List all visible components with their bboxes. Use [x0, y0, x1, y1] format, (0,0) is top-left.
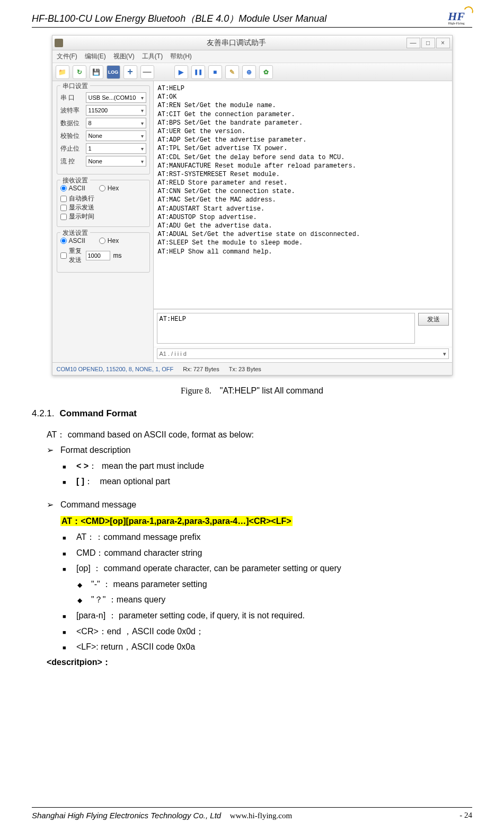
- status-connection: COM10 OPENED, 115200, 8, NONE, 1, OFF: [57, 366, 174, 372]
- save-icon[interactable]: 💾: [90, 65, 103, 79]
- log-icon[interactable]: LOG: [107, 65, 120, 79]
- baud-combo[interactable]: 115200: [86, 105, 146, 116]
- databits-label: 数据位: [60, 119, 83, 128]
- autowrap-check[interactable]: 自动换行: [60, 194, 146, 203]
- page-header: HF-BL100-CU Low Energy Bluetooh（BLE 4.0）…: [32, 10, 472, 28]
- output-text[interactable]: AT:HELP AT:OK AT:REN Set/Get the module …: [154, 81, 452, 309]
- status-tx: Tx: 23 Bytes: [229, 366, 261, 372]
- page-footer: Shanghai High Flying Electronics Technol…: [32, 807, 472, 820]
- baud-label: 波特率: [60, 106, 83, 115]
- tool-wand-icon[interactable]: ✎: [225, 65, 239, 79]
- settings-icon[interactable]: ✿: [259, 65, 273, 79]
- flow-combo[interactable]: None: [86, 156, 146, 167]
- menu-edit[interactable]: 编辑(E): [85, 52, 106, 61]
- logo: HF High-Flying: [448, 10, 472, 25]
- bullet-dash: "-" ： means parameter setting: [76, 576, 472, 592]
- ms-label: ms: [113, 252, 122, 259]
- parity-label: 校验位: [60, 132, 83, 141]
- menu-help[interactable]: 帮助(H): [170, 52, 192, 61]
- maximize-button[interactable]: □: [421, 38, 435, 48]
- page-number: - 24: [459, 811, 472, 820]
- open-icon[interactable]: 📁: [56, 65, 69, 79]
- send-settings-label: 发送设置: [60, 229, 90, 238]
- figure-caption: Figure 8. "AT:HELP" list All command: [32, 386, 472, 396]
- recv-settings-group: 接收设置 ASCII Hex 自动换行 显示发送 显示时间: [57, 180, 150, 227]
- serial-tool-window: 友善串口调试助手 — □ × 文件(F) 编辑(E) 视图(V) 工具(T) 帮…: [52, 35, 453, 375]
- bullet-lf: <LF>: return，ASCII code 0x0a: [60, 639, 472, 655]
- send-button[interactable]: 发送: [418, 313, 449, 326]
- command-format-highlight: AT：<CMD>[op][para-1,para-2,para-3,para-4…: [60, 516, 293, 526]
- status-rx: Rx: 727 Bytes: [183, 366, 219, 372]
- bullet-cr: <CR>：end ，ASCII code 0x0d；: [60, 624, 472, 640]
- bullet-square-brackets: [ ]： mean optional part: [60, 474, 472, 489]
- bullet-question: "？" ：means query: [76, 592, 472, 608]
- minimize-button[interactable]: —: [406, 38, 420, 48]
- play-icon[interactable]: ▶: [174, 65, 188, 79]
- port-combo[interactable]: USB Se...(COM10: [86, 92, 146, 103]
- page-title: HF-BL100-CU Low Energy Bluetooh（BLE 4.0）…: [32, 12, 326, 25]
- menu-tools[interactable]: 工具(T): [142, 52, 163, 61]
- port-label: 串 口: [60, 93, 83, 102]
- window-title: 友善串口调试助手: [66, 38, 406, 48]
- output-panel: AT:HELP AT:OK AT:REN Set/Get the module …: [153, 81, 452, 362]
- send-hex-radio[interactable]: Hex: [99, 237, 119, 244]
- recv-hex-radio[interactable]: Hex: [99, 185, 119, 192]
- menubar: 文件(F) 编辑(E) 视图(V) 工具(T) 帮助(H): [52, 50, 452, 63]
- databits-combo[interactable]: 8: [86, 118, 146, 128]
- footer-company: Shanghai High Flying Electronics Technol…: [32, 811, 292, 820]
- section-heading: 4.2.1.Command Format: [32, 408, 472, 419]
- send-settings-group: 发送设置 ASCII Hex 重复发送 1000 ms: [57, 232, 150, 273]
- titlebar: 友善串口调试助手 — □ ×: [52, 36, 452, 50]
- flow-label: 流 控: [60, 157, 83, 166]
- parity-combo[interactable]: None: [86, 130, 146, 141]
- pause-icon[interactable]: ❚❚: [191, 65, 205, 79]
- description-label: <descritpion>：: [47, 655, 472, 670]
- bullet-angle-brackets: < >： mean the part must include: [60, 458, 472, 474]
- bullet-command-message: Command message AT：<CMD>[op][para-1,para…: [47, 497, 472, 655]
- send-ascii-radio[interactable]: ASCII: [60, 237, 85, 244]
- bullet-op: [op] ： command operate character, can be…: [60, 561, 472, 608]
- app-icon: [55, 39, 63, 47]
- bullet-cmd: CMD：command character string: [60, 545, 472, 561]
- repeat-interval-input[interactable]: 1000: [86, 251, 110, 260]
- toolbar: 📁 ↻ 💾 LOG + — ▶ ❚❚ ■ ✎ ⊕ ✿: [52, 63, 452, 81]
- bullet-para-n: [para-n] ： parameter setting code, if qu…: [60, 608, 472, 624]
- bullet-format-description: Format description < >： mean the part mu…: [47, 442, 472, 489]
- showtime-check[interactable]: 显示时间: [60, 212, 146, 221]
- stopbits-label: 停止位: [60, 144, 83, 153]
- repeat-check[interactable]: 重复发送: [60, 247, 83, 265]
- intro-paragraph: AT： command based on ASCII code, format …: [47, 427, 472, 442]
- port-settings-group: 串口设置 串 口USB Se...(COM10 波特率115200 数据位8 校…: [57, 85, 150, 174]
- bullet-at-prefix: AT：：command message prefix: [60, 529, 472, 545]
- remove-icon[interactable]: —: [140, 65, 154, 79]
- sidebar: 串口设置 串 口USB Se...(COM10 波特率115200 数据位8 校…: [52, 81, 153, 362]
- showtx-check[interactable]: 显示发送: [60, 203, 146, 212]
- refresh-icon[interactable]: ↻: [73, 65, 86, 79]
- close-button[interactable]: ×: [436, 38, 450, 48]
- recv-ascii-radio[interactable]: ASCII: [60, 185, 85, 192]
- statusbar: COM10 OPENED, 115200, 8, NONE, 1, OFF Rx…: [52, 362, 452, 375]
- menu-file[interactable]: 文件(F): [57, 52, 77, 61]
- menu-view[interactable]: 视图(V): [113, 52, 135, 61]
- tool-add-icon[interactable]: ⊕: [242, 65, 256, 79]
- stopbits-combo[interactable]: 1: [86, 143, 146, 154]
- port-settings-label: 串口设置: [60, 82, 90, 91]
- recv-settings-label: 接收设置: [60, 176, 90, 185]
- send-input[interactable]: AT:HELP: [157, 313, 415, 344]
- stop-icon[interactable]: ■: [208, 65, 222, 79]
- add-icon[interactable]: +: [123, 65, 137, 79]
- history-combo[interactable]: A1 . / i i i d: [157, 348, 449, 359]
- toolbar-separator: [157, 65, 171, 79]
